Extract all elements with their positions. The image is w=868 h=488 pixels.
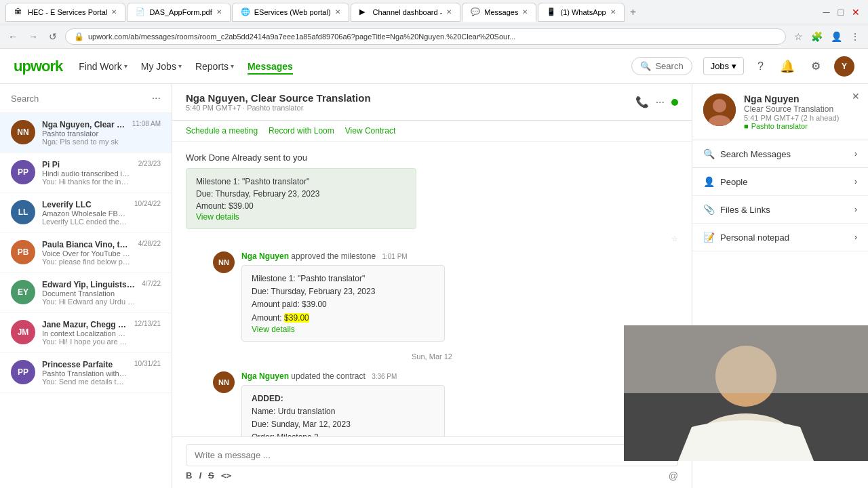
jobs-arrow: ▾ [732, 61, 736, 71]
italic-button[interactable]: I [199, 470, 201, 481]
jobs-button[interactable]: Jobs ▾ [703, 57, 744, 75]
close-panel-button[interactable]: ✕ [852, 91, 860, 102]
people-label: 👤 People [703, 176, 747, 187]
files-chevron-icon: › [854, 205, 857, 214]
updated-contract-event: NN Nga Nguyen updated the contract 3:36 … [213, 371, 678, 436]
extensions-button[interactable]: 🧩 [808, 28, 825, 45]
close-button[interactable]: ✕ [849, 4, 863, 20]
address-bar[interactable]: 🔒 upwork.com/ab/messages/rooms/room_c2ab… [65, 28, 786, 45]
nav-reports[interactable]: Reports ▾ [195, 58, 234, 75]
right-panel: Nga Nguyen Clear Source Translation 5:41… [692, 84, 868, 488]
profile-avatar[interactable]: Y [834, 56, 854, 77]
tab-label: Messages [484, 8, 518, 16]
right-panel-files[interactable]: 📎 Files & Links › [692, 196, 868, 224]
view-contract-link[interactable]: View Contract [345, 126, 395, 136]
settings-button[interactable]: ⋮ [848, 28, 863, 45]
contact-name: Princesse Parfaite [42, 360, 127, 369]
contact-sub: Pashto translator [42, 129, 125, 138]
maximize-button[interactable]: □ [835, 4, 846, 20]
tab-channel[interactable]: ▶ Channel dashboard - ✕ [351, 3, 461, 22]
right-panel-header: Nga Nguyen Clear Source Translation 5:41… [692, 84, 868, 140]
tab-close-icon[interactable]: ✕ [335, 8, 340, 16]
schedule-meeting-link[interactable]: Schedule a meeting [186, 126, 258, 136]
sidebar-search-input[interactable] [11, 94, 152, 104]
contact-avatar: EY [11, 280, 35, 304]
tab-close-icon[interactable]: ✕ [446, 8, 452, 16]
url-text: upwork.com/ab/messages/rooms/room_c2ab5d… [88, 33, 777, 41]
contact-item-edward[interactable]: EY Edward Yip, Linguists Asia Document T… [0, 273, 172, 313]
tab-favicon: ▶ [359, 7, 369, 17]
event-time-2: 3:36 PM [372, 373, 397, 380]
tab-messages[interactable]: 💬 Messages ✕ [462, 3, 536, 22]
nav-my-jobs[interactable]: My Jobs ▾ [141, 58, 182, 75]
tab-favicon: 🏛 [14, 7, 24, 17]
card-amount-paid-1: Amount paid: $39.00 [252, 298, 435, 311]
contact-item-paula[interactable]: PB Paula Bianca Vino, tbditd Voice Over … [0, 233, 172, 273]
code-button[interactable]: <> [221, 470, 232, 481]
bookmark-button[interactable]: ☆ [791, 28, 806, 45]
people-icon: 👤 [703, 176, 715, 187]
star-icon[interactable]: ☆ [186, 235, 678, 243]
view-details-link-1[interactable]: View details [196, 212, 239, 222]
profile-button[interactable]: 👤 [828, 28, 845, 45]
contact-item-princesse[interactable]: PP Princesse Parfaite Pashto Translation… [0, 353, 172, 393]
contact-avatar: LL [11, 200, 35, 224]
contact-avatar: JM [11, 320, 35, 344]
refresh-button[interactable]: ↺ [46, 28, 60, 45]
event-content-2: Nga Nguyen updated the contract 3:36 PM … [241, 371, 678, 436]
tab-label: EServices (Web portal) [254, 8, 331, 16]
contact-sub: Hindi audio transcribed into text [42, 169, 132, 178]
chat-header-info: Nga Nguyen, Clear Source Translation 5:4… [186, 92, 371, 112]
strikethrough-button[interactable]: S [208, 470, 214, 481]
right-panel-notepad[interactable]: 📝 Personal notepad › [692, 224, 868, 251]
tab-eservices[interactable]: 🌐 EServices (Web portal) ✕ [232, 3, 349, 22]
tab-whatsapp[interactable]: 📱 (1) WhatsApp ✕ [538, 3, 624, 22]
event-time-1: 1:01 PM [382, 253, 407, 260]
tab-close-icon[interactable]: ✕ [522, 8, 528, 16]
right-panel-search-messages[interactable]: 🔍 Search Messages › [692, 140, 868, 168]
minimize-button[interactable]: ─ [821, 4, 833, 20]
back-button[interactable]: ← [5, 28, 20, 45]
view-details-link-2[interactable]: View details [252, 325, 295, 334]
help-button[interactable]: ? [755, 58, 766, 75]
contact-item-nga[interactable]: NN Nga Nguyen, Clear Source Tra... Pasht… [0, 113, 172, 153]
forward-button[interactable]: → [26, 28, 41, 45]
card-name: Name: Urdu translation [252, 405, 435, 418]
contact-item-pipi[interactable]: PP Pi Pi Hindi audio transcribed into te… [0, 153, 172, 193]
role-label: Pashto translator [751, 122, 808, 130]
message-input[interactable] [186, 444, 678, 466]
nav-messages[interactable]: Messages [248, 58, 293, 75]
contact-time: 12/13/21 [134, 320, 161, 327]
lock-icon: 🔒 [74, 32, 84, 41]
contact-item-leverify[interactable]: LL Leverify LLC Amazon Wholesale FBA Exp… [0, 193, 172, 233]
tab-close-icon[interactable]: ✕ [610, 8, 616, 16]
sender-name-2[interactable]: Nga Nguyen [241, 371, 289, 381]
tab-close-icon[interactable]: ✕ [111, 8, 117, 16]
bold-button[interactable]: B [186, 470, 192, 481]
call-button[interactable]: 📞 [635, 96, 649, 108]
settings-icon[interactable]: ⚙ [808, 57, 823, 75]
amount-1: Amount: $39.00 [196, 200, 406, 212]
people-text: People [720, 177, 747, 187]
more-options-button[interactable]: ··· [656, 96, 665, 108]
tab-hec[interactable]: 🏛 HEC - E Services Portal ✕ [5, 3, 125, 22]
at-mention-button[interactable]: @ [669, 470, 678, 481]
contact-name: Nga Nguyen, Clear Source Tra... [42, 120, 125, 129]
nav-find-work[interactable]: Find Work ▾ [79, 58, 127, 75]
notifications-button[interactable]: 🔔 [777, 56, 797, 77]
contact-info: Jane Mazur, Chegg - Internatio... In con… [42, 320, 127, 346]
sidebar-menu-icon[interactable]: ··· [152, 92, 161, 104]
right-panel-people[interactable]: 👤 People › [692, 168, 868, 196]
avatar-svg [703, 94, 736, 126]
search-box[interactable]: 🔍 Search [631, 57, 692, 75]
chat-input-area: B I S <> @ [172, 436, 692, 488]
contact-info: Leverify LLC Amazon Wholesale FBA Expert… [42, 200, 127, 226]
sender-name-1[interactable]: Nga Nguyen [241, 251, 289, 261]
upwork-logo[interactable]: upwork [14, 58, 62, 75]
contact-avatar: PP [11, 360, 35, 384]
tab-close-icon[interactable]: ✕ [216, 8, 222, 16]
new-tab-button[interactable]: + [626, 3, 640, 22]
contact-item-jane[interactable]: JM Jane Mazur, Chegg - Internatio... In … [0, 313, 172, 353]
record-loom-link[interactable]: Record with Loom [269, 126, 334, 136]
tab-pdf[interactable]: 📄 DAS_AppForm.pdf ✕ [127, 3, 230, 22]
